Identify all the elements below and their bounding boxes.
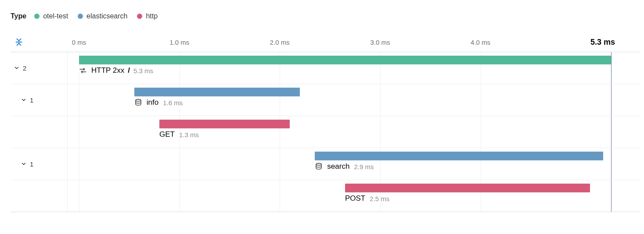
database-icon bbox=[134, 99, 142, 106]
axis-tick: 2.0 ms bbox=[270, 39, 290, 46]
span-bar[interactable] bbox=[345, 184, 590, 192]
child-count: 2 bbox=[23, 64, 26, 72]
row-gutter-inner bbox=[11, 116, 67, 148]
separator: / bbox=[128, 66, 130, 75]
row-timeline: GET1.3 ms bbox=[68, 116, 640, 148]
child-count: 1 bbox=[30, 96, 33, 104]
svg-point-1 bbox=[136, 99, 141, 102]
row-timeline: search2.9 ms bbox=[68, 148, 640, 180]
waterfall-row[interactable]: GET1.3 ms bbox=[11, 116, 640, 148]
row-gutter: 1 bbox=[11, 84, 68, 116]
span-label: GET1.3 ms bbox=[159, 130, 199, 139]
axis-gutter bbox=[11, 37, 68, 47]
axis-timeline: 0 ms1.0 ms2.0 ms3.0 ms4.0 ms5.3 ms bbox=[68, 32, 640, 52]
span-duration: 2.5 ms bbox=[370, 195, 389, 202]
chevron-down-icon bbox=[14, 65, 20, 71]
axis-tick-end: 5.3 ms bbox=[590, 38, 615, 47]
row-gutter bbox=[11, 116, 68, 148]
span-name: search bbox=[327, 162, 349, 171]
row-timeline: HTTP 2xx/5.3 ms bbox=[68, 52, 640, 84]
gridlines bbox=[68, 116, 640, 148]
waterfall: 2HTTP 2xx/5.3 ms1info1.6 msGET1.3 ms1sea… bbox=[11, 52, 640, 212]
row-gutter-inner: 1 bbox=[11, 84, 67, 116]
row-gutter-inner: 2 bbox=[11, 52, 67, 84]
legend-dot-icon bbox=[137, 14, 142, 19]
span-bar[interactable] bbox=[159, 120, 290, 128]
span-label: info1.6 ms bbox=[134, 98, 183, 107]
axis-tick: 4.0 ms bbox=[471, 39, 490, 46]
chevron-down-icon bbox=[21, 161, 27, 167]
row-gutter: 2 bbox=[11, 52, 68, 84]
expand-toggle[interactable] bbox=[20, 96, 27, 103]
span-bar[interactable] bbox=[79, 56, 611, 64]
span-name: GET bbox=[159, 130, 175, 139]
span-bar[interactable] bbox=[315, 152, 603, 160]
waterfall-row[interactable]: 1search2.9 ms bbox=[11, 148, 640, 180]
span-duration: 1.6 ms bbox=[163, 99, 183, 106]
axis-tick: 3.0 ms bbox=[370, 39, 390, 46]
axis-tick: 1.0 ms bbox=[169, 39, 189, 46]
row-gutter-inner: 1 bbox=[11, 148, 67, 180]
legend-dot-icon bbox=[78, 14, 83, 19]
span-label: search2.9 ms bbox=[315, 162, 374, 171]
row-timeline: POST2.5 ms bbox=[68, 180, 640, 212]
span-name: info bbox=[147, 98, 158, 107]
legend: Type otel-test elasticsearch http bbox=[11, 12, 640, 20]
svg-point-2 bbox=[316, 163, 321, 166]
expand-toggle[interactable] bbox=[13, 64, 20, 71]
row-gutter bbox=[11, 180, 68, 212]
axis-tick: 0 ms bbox=[72, 39, 86, 46]
span-duration: 2.9 ms bbox=[354, 163, 374, 170]
axis-row: 0 ms1.0 ms2.0 ms3.0 ms4.0 ms5.3 ms bbox=[11, 32, 640, 52]
trace-arrows-icon bbox=[79, 67, 87, 74]
span-duration: 5.3 ms bbox=[133, 67, 153, 74]
chevron-down-icon bbox=[21, 97, 27, 103]
waterfall-row[interactable]: POST2.5 ms bbox=[11, 180, 640, 212]
legend-item-otel-test[interactable]: otel-test bbox=[34, 12, 68, 20]
span-name: POST bbox=[345, 194, 365, 203]
waterfall-row[interactable]: 1info1.6 ms bbox=[11, 84, 640, 116]
span-bar[interactable] bbox=[134, 88, 300, 96]
expand-toggle[interactable] bbox=[20, 160, 27, 167]
legend-item-http[interactable]: http bbox=[137, 12, 158, 20]
row-gutter: 1 bbox=[11, 148, 68, 180]
span-name: HTTP 2xx bbox=[91, 66, 124, 75]
collapse-all-toggle[interactable] bbox=[14, 37, 24, 47]
legend-title: Type bbox=[11, 12, 26, 20]
database-icon bbox=[315, 163, 323, 170]
row-gutter-inner bbox=[11, 180, 67, 212]
legend-label: otel-test bbox=[43, 12, 68, 20]
legend-label: elasticsearch bbox=[86, 12, 127, 20]
collapse-icon bbox=[14, 37, 24, 47]
child-count: 1 bbox=[30, 160, 33, 168]
span-duration: 1.3 ms bbox=[179, 131, 199, 138]
legend-item-elasticsearch[interactable]: elasticsearch bbox=[78, 12, 127, 20]
span-label: HTTP 2xx/5.3 ms bbox=[79, 66, 153, 75]
waterfall-row[interactable]: 2HTTP 2xx/5.3 ms bbox=[11, 52, 640, 84]
span-label: POST2.5 ms bbox=[345, 194, 389, 203]
legend-label: http bbox=[146, 12, 158, 20]
legend-dot-icon bbox=[34, 14, 40, 19]
row-timeline: info1.6 ms bbox=[68, 84, 640, 116]
